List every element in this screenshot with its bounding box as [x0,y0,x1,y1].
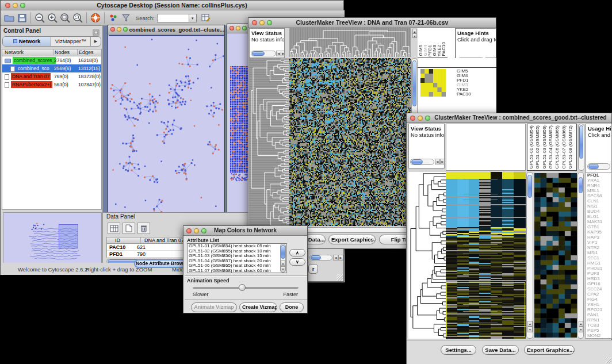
speed-slider-track[interactable] [193,287,299,289]
zoom-selected-icon[interactable] [59,12,71,24]
attribute-listbox[interactable]: GPL51-01 (GSM854) heat shock 05 minGPL51… [187,243,287,273]
gene-label[interactable]: KAP95 [586,229,611,235]
gene-label[interactable]: HRD3 [586,276,611,281]
view-status-hscroll-thumb[interactable] [252,51,265,56]
gene-label[interactable]: CPA2 [586,292,611,297]
scroll-right-icon[interactable]: ▶ [338,255,343,260]
gene-label[interactable]: RPO21 [586,307,611,312]
attr-scroll-thumb[interactable] [281,245,285,259]
save-data-button[interactable]: Save Data... [482,345,519,355]
network-list-row[interactable]: combined_sco2569(6)13112(15) [2,64,101,72]
gene-label[interactable]: MSI1 [586,250,611,255]
data-col-id[interactable]: ID [115,237,120,243]
gene-label[interactable]: PEP5 [586,328,611,333]
search-input[interactable] [157,14,189,22]
tab-network[interactable]: Network [3,37,51,46]
scroll-left-icon[interactable]: ◀ [435,159,440,164]
view-status-hscroll-thumb[interactable] [411,159,423,164]
open-file-icon[interactable] [3,12,16,24]
vizmap-nodes-icon[interactable] [107,12,120,24]
tab-overflow-arrow[interactable]: ▶ [90,37,101,46]
scroll-up-icon[interactable]: ▲ [281,260,285,266]
gene-label[interactable]: PAN1 [586,312,611,317]
attribute-list-scrollbar[interactable]: ▲ ▼ [280,244,286,273]
done-button[interactable]: Done [280,302,304,312]
resize-grip[interactable] [605,357,611,363]
gene-label[interactable]: MSL1 [586,188,611,193]
move-up-button[interactable]: ∧ [289,249,305,256]
network-canvas[interactable] [109,35,224,214]
col-edges[interactable]: Edges [77,49,94,55]
speed-slider-thumb[interactable] [239,284,246,291]
gene-label[interactable]: NIS1 [586,204,611,209]
vscroll-thumb[interactable] [579,177,583,193]
scroll-up-icon[interactable]: ▲ [527,321,533,327]
gene-label[interactable]: NTR2 [586,245,611,250]
save-icon[interactable] [16,12,28,24]
vscroll-thumb[interactable] [527,175,532,198]
scroll-down-icon[interactable]: ▼ [579,327,583,332]
minimize-button[interactable] [236,26,240,30]
scroll-down-icon[interactable]: ▼ [412,33,417,38]
zoom-in-icon[interactable] [46,12,59,24]
gene-label[interactable]: YSH1 [586,302,611,307]
delete-attribute-trash-icon[interactable] [137,223,150,234]
gene-label[interactable]: YRA1 [586,178,611,183]
export-graphics-button[interactable]: Export Graphics... [328,235,376,244]
treeview2-vscrollbar[interactable]: ▲ ▼ [526,172,533,339]
scroll-right-icon[interactable]: ▶ [440,159,445,164]
main-titlebar[interactable]: Cytoscape Desktop (Session Name: collins… [1,1,343,10]
vscroll-thumb[interactable] [579,125,583,159]
gene-label[interactable]: TCB3 [586,323,611,328]
gene-label[interactable]: GPI16 [586,281,611,286]
gene-label[interactable]: SEC24 [586,286,611,292]
hscroll-thumb[interactable] [311,255,321,260]
gene-label[interactable]: CLN1 [586,198,611,204]
zoom-button[interactable] [242,26,247,30]
tab-vizmapper[interactable]: VizMapper™ [51,37,90,46]
gene-label[interactable]: SEC1 [586,255,611,260]
gene-label[interactable]: RPN1 [586,317,611,323]
settings-button[interactable]: Settings... [441,345,476,355]
scroll-left-icon[interactable]: ◀ [333,255,338,260]
gene-label[interactable]: GTB1 [586,224,611,229]
create-vizmap-button[interactable]: Create Vizmap [239,302,277,312]
export-graphics-button[interactable]: Export Graphics... [524,345,575,355]
gene-label[interactable]: PFD1 [586,173,611,178]
gene-label[interactable]: PUF3 [586,271,611,276]
scroll-up-icon[interactable]: ▲ [579,321,583,327]
animate-vizmap-button[interactable]: Animate Vizmap [191,302,237,312]
scroll-up-icon[interactable]: ▲ [412,29,417,33]
treeview1-column-dendrogram[interactable] [289,28,411,57]
scroll-right-icon[interactable]: ▶ [281,51,285,56]
gene-label[interactable]: MON2 [586,333,611,338]
network-overview-canvas[interactable] [3,212,102,264]
gene-label[interactable]: RNR4 [586,183,611,188]
resize-grip[interactable] [336,274,343,281]
search-dropdown-arrow[interactable]: ▼ [189,14,197,22]
gene-label[interactable]: SPC98 [586,193,611,198]
gene-label[interactable]: FIG4 [586,297,611,302]
col-label-vscrollbar[interactable] [578,124,584,171]
close-button[interactable] [230,26,234,30]
treeview2-heatmap[interactable] [446,172,526,339]
zoom-out-icon[interactable] [33,12,46,24]
gene-label[interactable]: VIP1 [586,240,611,245]
treeview1-row-dendrogram[interactable] [249,58,289,226]
scroll-down-icon[interactable]: ▼ [527,327,533,332]
network-list-row[interactable]: RNAPuberNov2+|563(0)107847(0) [2,81,101,89]
help-lifering-icon[interactable] [89,12,102,24]
new-attribute-icon[interactable] [123,223,135,234]
gene-label[interactable]: HAP3 [586,235,611,240]
gene-label[interactable]: BUD4 [586,209,611,214]
treeview2-gene-list[interactable]: PFD1YRA1RNR4MSL1SPC98CLN1NIS1BUD4ELG1MAK… [585,172,612,339]
col-network[interactable]: Network [5,49,24,55]
filter-funnel-icon[interactable] [120,12,132,24]
col-nodes[interactable]: Nodes [53,49,70,55]
attribute-item[interactable]: GPL51-07 (GSM868) heat shock 60 min [188,269,286,273]
treeview2-row-dendrogram[interactable] [408,172,446,339]
gene-label[interactable]: PHO81 [586,266,611,271]
treeview1-zoom-heatmap[interactable] [420,69,446,97]
network-list-row[interactable]: combined_scores_2764(0)16218(0) [2,56,101,64]
attribute-browser-icon[interactable] [200,12,213,24]
